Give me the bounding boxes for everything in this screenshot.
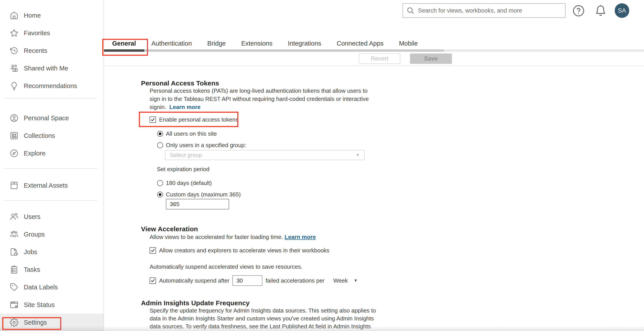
tab-rail-extension [444, 49, 644, 52]
sidebar-item-label: Groups [24, 231, 45, 238]
sidebar-item-label: Site Status [24, 301, 55, 309]
revert-button[interactable]: Revert [359, 53, 400, 64]
collections-icon [9, 131, 19, 140]
sidebar-item-label: Home [24, 12, 41, 19]
sidebar-item-label: Shared with Me [24, 65, 68, 72]
tab-mobile[interactable]: Mobile [399, 40, 418, 47]
view-acceleration-learn-more-link[interactable]: Learn more [285, 234, 316, 240]
personal-space-icon [9, 113, 19, 123]
external-assets-icon [9, 181, 19, 190]
check-icon [150, 248, 155, 253]
global-search [402, 3, 566, 18]
tab-rail [104, 49, 444, 52]
sidebar-item-explore[interactable]: Explore [0, 144, 104, 162]
help-button[interactable] [572, 5, 585, 17]
sidebar-item-jobs[interactable]: Jobs [0, 243, 104, 261]
sidebar-item-label: External Assets [24, 182, 68, 189]
custom-days-radio[interactable] [157, 192, 163, 198]
notifications-button[interactable] [594, 4, 607, 17]
sidebar-item-settings[interactable]: Settings [0, 314, 104, 331]
tab-connected-apps[interactable]: Connected Apps [337, 40, 384, 47]
failed-accelerations-input[interactable] [232, 275, 262, 286]
default-days-label[interactable]: 180 days (default) [166, 180, 212, 187]
enable-pat-row: Enable personal access tokens [150, 116, 238, 123]
search-icon [406, 6, 414, 14]
pat-learn-more-link[interactable]: Learn more [170, 104, 201, 110]
sidebar-item-external-assets[interactable]: External Assets [0, 177, 104, 194]
sidebar-item-label: Favorites [24, 29, 50, 37]
sidebar-item-personal-space[interactable]: Personal Space [0, 109, 104, 127]
site-status-icon [9, 300, 19, 310]
sidebar-item-favorites[interactable]: Favorites [0, 24, 104, 42]
help-icon [572, 5, 585, 17]
admin-insights-description: Specify the update frequency for Admin I… [150, 307, 376, 330]
sidebar-item-label: Jobs [24, 248, 37, 256]
sidebar-item-home[interactable]: Home [0, 6, 104, 24]
auto-suspend-checkbox[interactable] [150, 278, 156, 284]
sidebar-item-label: Users [24, 213, 40, 220]
view-acceleration-heading: View Acceleration [141, 225, 198, 233]
gear-icon [9, 318, 19, 327]
specified-group-radio[interactable] [157, 142, 163, 148]
expiration-period-label: Set expiration period [157, 166, 209, 173]
sidebar-divider [4, 168, 98, 169]
tab-bridge[interactable]: Bridge [207, 40, 226, 47]
sidebar-item-label: Tasks [24, 266, 40, 273]
sidebar-item-label: Recommendations [24, 82, 77, 90]
sidebar-divider [4, 200, 98, 201]
check-icon [150, 278, 155, 283]
select-group-dropdown[interactable]: Select group ▼ [165, 150, 365, 160]
all-users-radio[interactable] [157, 131, 163, 137]
tab-authentication[interactable]: Authentication [151, 40, 192, 47]
enable-pat-label[interactable]: Enable personal access tokens [159, 116, 238, 123]
sidebar-item-data-labels[interactable]: Data Labels [0, 278, 104, 296]
all-users-label[interactable]: All users on this site [166, 130, 217, 137]
sidebar-item-label: Data Labels [24, 284, 58, 291]
sidebar-item-users[interactable]: Users [0, 208, 104, 226]
groups-icon [9, 230, 19, 239]
period-dropdown[interactable]: Week ▼ [333, 277, 358, 284]
pat-heading: Personal Access Tokens [141, 79, 219, 87]
selected-tab-indicator [104, 49, 144, 52]
search-input[interactable] [418, 7, 562, 14]
tag-icon [9, 282, 19, 292]
tab-integrations[interactable]: Integrations [288, 40, 322, 47]
period-value: Week [333, 277, 348, 284]
default-days-radio[interactable] [157, 180, 163, 186]
bell-icon [594, 4, 607, 17]
jobs-icon [9, 247, 19, 257]
tab-extensions[interactable]: Extensions [241, 40, 272, 47]
sidebar: Home Favorites Recents Shared with Me Re… [0, 0, 104, 331]
save-button[interactable]: Save [410, 53, 452, 64]
custom-days-input[interactable] [166, 199, 229, 209]
caret-down-icon: ▼ [354, 278, 358, 283]
sidebar-divider [4, 98, 98, 99]
sidebar-item-label: Recents [24, 47, 47, 54]
sidebar-item-groups[interactable]: Groups [0, 226, 104, 243]
sidebar-item-site-status[interactable]: Site Status [0, 296, 104, 314]
allow-acceleration-label[interactable]: Allow creators and explorers to accelera… [159, 247, 330, 254]
shared-with-me-icon [9, 63, 19, 73]
enable-pat-checkbox[interactable] [150, 116, 156, 123]
allow-acceleration-row: Allow creators and explorers to accelera… [150, 247, 330, 254]
specified-group-label[interactable]: Only users in a specified group: [166, 142, 246, 149]
caret-down-icon: ▼ [356, 153, 360, 157]
star-icon [9, 28, 19, 38]
tab-general[interactable]: General [112, 40, 136, 47]
auto-suspend-prefix-label[interactable]: Automatically suspend after [159, 277, 229, 284]
sidebar-item-tasks[interactable]: Tasks [0, 261, 104, 278]
sidebar-item-recommendations[interactable]: Recommendations [0, 77, 104, 95]
custom-days-label[interactable]: Custom days (maximum 365) [166, 191, 241, 198]
sidebar-item-recents[interactable]: Recents [0, 42, 104, 59]
history-clock-icon [9, 46, 19, 55]
auto-suspend-suffix-label: failed accelerations per [266, 277, 324, 284]
avatar[interactable]: SA [615, 3, 629, 18]
check-icon [150, 117, 155, 122]
radio-row-custom-days: Custom days (maximum 365) [157, 191, 241, 198]
allow-acceleration-checkbox[interactable] [150, 247, 156, 254]
sidebar-item-shared-with-me[interactable]: Shared with Me [0, 59, 104, 77]
select-group-placeholder: Select group [170, 152, 202, 159]
sidebar-item-collections[interactable]: Collections [0, 127, 104, 144]
view-acceleration-description: Allow views to be accelerated for faster… [150, 233, 316, 241]
tasks-icon [9, 265, 19, 274]
